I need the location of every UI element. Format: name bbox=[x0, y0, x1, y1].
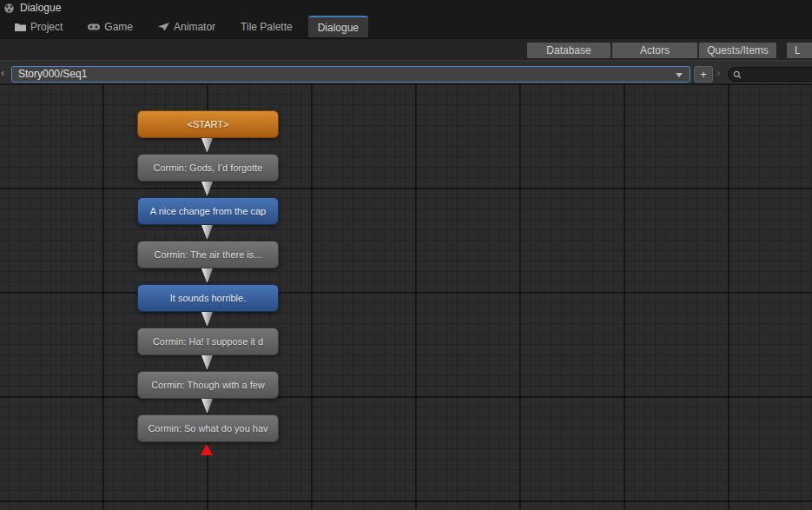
conversation-nav-row: ‹ Story000/Seq1 + › bbox=[0, 60, 812, 84]
forward-chevron-button[interactable]: › bbox=[716, 65, 720, 81]
add-conversation-button[interactable]: + bbox=[694, 66, 713, 83]
tab-game[interactable]: Game bbox=[78, 16, 142, 37]
dialogue-toolbar: Database Actors Quests/Items L bbox=[0, 38, 812, 60]
dialogue-node-player[interactable]: A nice change from the cap bbox=[137, 197, 279, 225]
link-arrow-down-icon bbox=[201, 182, 213, 196]
tab-label: Animator bbox=[174, 21, 215, 33]
tab-label: Project bbox=[30, 21, 63, 33]
gamepad-icon bbox=[88, 23, 100, 30]
unity-window-icon bbox=[3, 3, 15, 14]
back-chevron-button[interactable]: ‹ bbox=[1, 65, 4, 81]
dialogue-node-npc[interactable]: Cormin: Ha! I suppose it d bbox=[137, 328, 279, 355]
link-arrow-down-icon bbox=[201, 268, 213, 283]
database-button[interactable]: Database bbox=[527, 43, 611, 58]
tab-strip: Project Game Animator Tile Palette Dialo… bbox=[0, 16, 812, 38]
search-icon bbox=[733, 67, 742, 83]
tab-label: Tile Palette bbox=[241, 21, 293, 33]
dialogue-node-npc[interactable]: Cormin: Gods, I’d forgotte bbox=[137, 154, 279, 182]
link-arrow-down-icon bbox=[201, 399, 213, 414]
tab-label: Game bbox=[104, 21, 133, 33]
conversation-dropdown[interactable]: Story000/Seq1 bbox=[11, 66, 690, 83]
dialogue-graph-canvas[interactable]: <START> Cormin: Gods, I’d forgotte A nic… bbox=[0, 84, 812, 510]
dialogue-editor-window: Dialogue Project Game Animator Tile Pale… bbox=[0, 0, 812, 510]
actors-button[interactable]: Actors bbox=[612, 43, 697, 58]
window-titlebar[interactable]: Dialogue bbox=[0, 0, 812, 16]
tab-project[interactable]: Project bbox=[5, 16, 72, 37]
animator-icon bbox=[158, 23, 169, 31]
quests-items-button[interactable]: Quests/Items bbox=[699, 43, 776, 58]
folder-icon bbox=[15, 23, 26, 31]
search-box bbox=[728, 67, 812, 82]
tab-tile-palette[interactable]: Tile Palette bbox=[231, 16, 302, 37]
tab-label: Dialogue bbox=[318, 22, 359, 34]
link-arrow-down-icon bbox=[201, 312, 213, 327]
link-arrow-down-icon bbox=[201, 138, 213, 153]
dialogue-node-start[interactable]: <START> bbox=[137, 110, 279, 138]
link-arrow-down-icon bbox=[201, 355, 213, 370]
conversation-dropdown-value: Story000/Seq1 bbox=[18, 68, 87, 80]
dialogue-node-npc[interactable]: Cormin: So what do you hav bbox=[137, 414, 279, 442]
clipped-toolbar-button[interactable]: L bbox=[787, 43, 812, 58]
dialogue-node-npc[interactable]: Cormin: The air there is... bbox=[137, 241, 279, 268]
search-input[interactable] bbox=[744, 70, 812, 80]
tab-animator[interactable]: Animator bbox=[149, 16, 225, 37]
tab-dialogue[interactable]: Dialogue bbox=[308, 16, 368, 37]
window-title: Dialogue bbox=[20, 2, 61, 14]
chevron-down-icon bbox=[676, 73, 683, 77]
dialogue-node-npc[interactable]: Cormin: Though with a few bbox=[137, 371, 279, 399]
link-arrow-down-icon bbox=[201, 225, 213, 240]
dialogue-node-player[interactable]: It sounds horrible. bbox=[137, 284, 279, 312]
incoming-link-arrow-icon bbox=[201, 444, 213, 455]
